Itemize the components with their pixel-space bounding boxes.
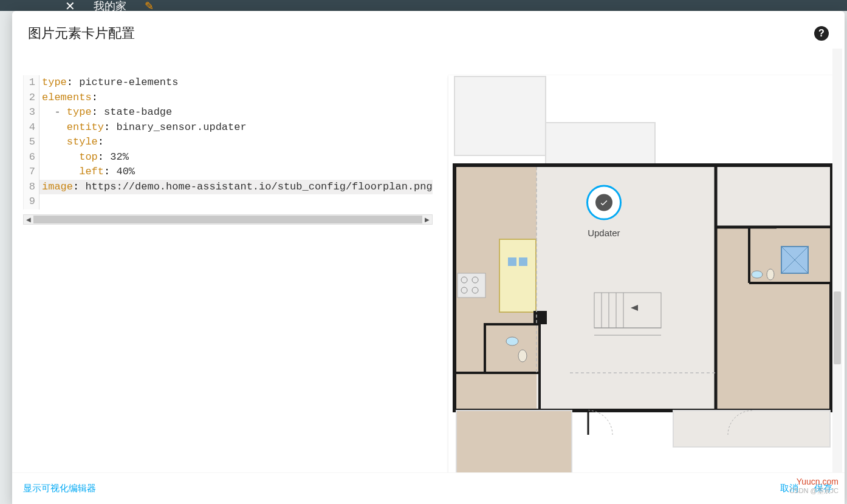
card-config-dialog: 图片元素卡片配置 ? 123456789 type: picture-eleme…	[12, 11, 845, 504]
svg-point-36	[506, 337, 518, 346]
svg-rect-2	[546, 123, 655, 165]
vertical-scrollbar[interactable]	[832, 49, 842, 472]
svg-rect-34	[533, 311, 547, 324]
show-visual-editor-link[interactable]: 显示可视化编辑器	[23, 483, 96, 494]
help-icon[interactable]: ?	[814, 26, 829, 41]
svg-rect-27	[508, 257, 516, 266]
yaml-editor-pane: 123456789 type: picture-elementselements…	[23, 49, 433, 472]
picture-elements-card[interactable]: Updater	[448, 75, 837, 472]
svg-rect-26	[499, 239, 536, 312]
check-icon	[595, 194, 612, 211]
line-number-gutter: 123456789	[24, 75, 39, 209]
dialog-header: 图片元素卡片配置 ?	[12, 11, 845, 49]
floorplan-image	[448, 75, 837, 472]
svg-rect-29	[458, 273, 485, 298]
svg-rect-35	[485, 324, 540, 373]
dialog-body: 123456789 type: picture-elementselements…	[12, 49, 845, 472]
vertical-scrollbar-thumb[interactable]	[834, 291, 841, 364]
dialog-title: 图片元素卡片配置	[28, 24, 135, 43]
scroll-right-arrow[interactable]: ▶	[422, 215, 432, 224]
svg-rect-28	[519, 257, 527, 266]
svg-rect-40	[456, 410, 572, 472]
state-badge[interactable]: Updater	[586, 185, 622, 238]
dialog-footer: 显示可视化编辑器 取消 保存	[12, 472, 845, 504]
svg-point-13	[752, 271, 763, 278]
preview-pane: Updater	[444, 49, 842, 472]
svg-rect-17	[594, 293, 661, 328]
state-badge-label: Updater	[586, 228, 622, 238]
svg-rect-1	[454, 77, 546, 155]
svg-rect-6	[716, 167, 830, 228]
svg-rect-41	[673, 410, 830, 447]
svg-point-37	[518, 350, 527, 362]
horizontal-scrollbar[interactable]: ◀ ▶	[23, 214, 433, 225]
cancel-button[interactable]: 取消	[779, 480, 800, 497]
state-badge-circle[interactable]	[586, 185, 622, 220]
yaml-code[interactable]: type: picture-elementselements: - type: …	[39, 75, 433, 209]
svg-point-14	[767, 269, 774, 280]
scrollbar-thumb[interactable]	[33, 216, 422, 223]
save-button[interactable]: 保存	[813, 480, 834, 497]
scroll-left-arrow[interactable]: ◀	[24, 215, 33, 224]
yaml-editor[interactable]: 123456789 type: picture-elementselements…	[23, 75, 433, 209]
